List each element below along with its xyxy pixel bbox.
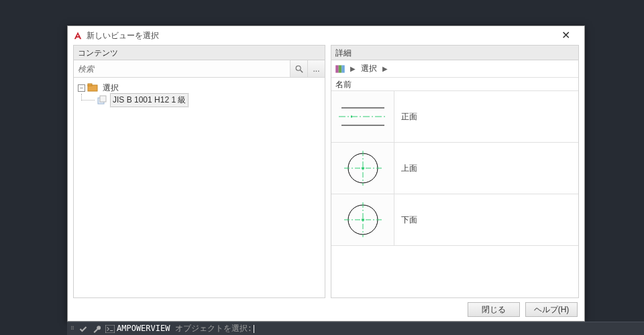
view-thumb-top (331, 143, 394, 194)
detail-panel-header: 詳細 (331, 46, 578, 60)
view-row-top[interactable]: 上面 (331, 143, 578, 194)
breadcrumb-root-icon (334, 63, 346, 75)
content-panel-header: コンテンツ (74, 46, 325, 60)
expand-toggle[interactable]: − (78, 84, 85, 92)
command-line[interactable]: ⠿ AMPOWERVIEW オブジェクトを選択: (67, 322, 644, 335)
command-text[interactable]: AMPOWERVIEW オブジェクトを選択: (117, 323, 644, 334)
command-prompt: オブジェクトを選択: (170, 324, 252, 333)
search-button[interactable] (290, 60, 307, 77)
view-thumb-bottom (331, 194, 394, 245)
content-panel: コンテンツ ... − (73, 45, 325, 298)
breadcrumb-item[interactable]: 選択 (360, 63, 378, 74)
view-name-label: 下面 (394, 194, 578, 245)
content-tree[interactable]: − 選択 (74, 78, 325, 297)
svg-rect-7 (339, 65, 342, 72)
magnifier-icon (294, 64, 304, 74)
chevron-right-icon[interactable]: ▶ (382, 65, 388, 72)
chevron-right-icon[interactable]: ▶ (350, 65, 356, 72)
tree-child-row[interactable]: JIS B 1001 H12 1 級 (76, 94, 322, 106)
titlebar[interactable]: 新しいビューを選択 ✕ (68, 26, 584, 45)
search-row: ... (74, 60, 325, 78)
dialog-body: コンテンツ ... − (68, 45, 584, 298)
part-icon (97, 94, 107, 105)
view-name-label: 正面 (394, 91, 578, 142)
view-name-label: 上面 (394, 143, 578, 194)
close-dialog-button[interactable]: 閉じる (468, 302, 520, 317)
svg-point-0 (296, 66, 301, 70)
select-new-view-dialog: 新しいビューを選択 ✕ コンテンツ ... − (67, 25, 585, 322)
autocad-logo-icon (73, 31, 83, 40)
search-more-button[interactable]: ... (307, 60, 325, 77)
help-button[interactable]: ヘルプ(H) (525, 302, 578, 317)
svg-rect-6 (335, 65, 339, 72)
command-name: AMPOWERVIEW (117, 324, 170, 333)
view-row-front[interactable]: 正面 (331, 91, 578, 143)
svg-rect-3 (88, 84, 92, 86)
view-thumb-front (331, 91, 394, 142)
detail-panel: 詳細 ▶ 選択 ▶ 名前 (331, 45, 579, 298)
tree-root-row[interactable]: − 選択 (76, 82, 322, 94)
wrench-icon[interactable] (90, 325, 103, 333)
view-list[interactable]: 正面 上面 (331, 91, 578, 297)
button-bar: 閉じる ヘルプ(H) (68, 298, 584, 321)
dialog-title: 新しいビューを選択 (87, 30, 552, 42)
name-column-header[interactable]: 名前 (331, 78, 578, 91)
search-input[interactable] (74, 60, 290, 77)
view-row-bottom[interactable]: 下面 (331, 194, 578, 246)
caret-icon (254, 325, 254, 333)
svg-rect-5 (100, 96, 106, 102)
svg-rect-8 (341, 65, 345, 72)
prompt-icon[interactable] (103, 325, 117, 333)
folder-icon (87, 82, 98, 93)
tree-child-label: JIS B 1001 H12 1 級 (110, 93, 189, 107)
customize-icon[interactable] (76, 325, 90, 333)
drag-handle-icon[interactable]: ⠿ (67, 322, 76, 336)
close-button[interactable]: ✕ (552, 26, 579, 45)
svg-rect-21 (105, 325, 115, 333)
tree-connector (81, 94, 95, 100)
svg-line-1 (300, 70, 303, 72)
breadcrumb[interactable]: ▶ 選択 ▶ (331, 60, 578, 78)
